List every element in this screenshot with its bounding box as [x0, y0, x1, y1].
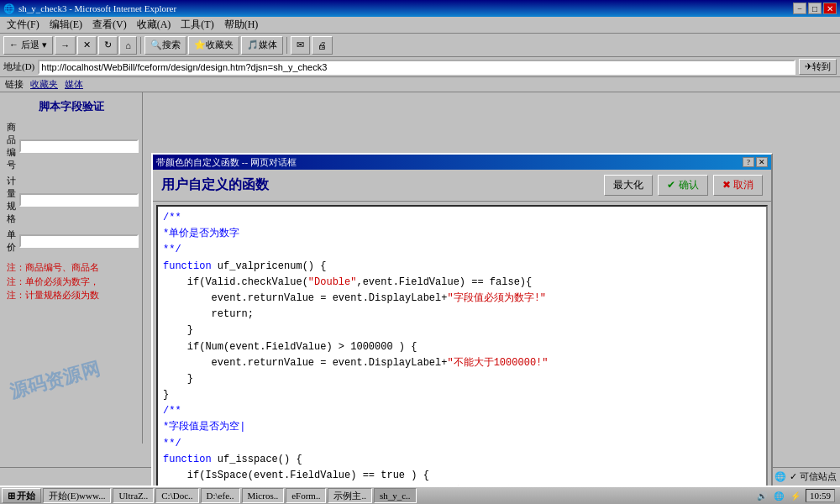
mail-button[interactable]: ✉ [291, 36, 310, 55]
menu-favorites[interactable]: 收藏(A) [132, 16, 176, 34]
forward-button[interactable]: → [55, 36, 76, 55]
dialog-titlebar-buttons: ? ✕ [743, 157, 768, 167]
dialog-cancel-button[interactable]: ✖ 取消 [713, 175, 763, 196]
dialog-header: 用户自定义的函数 最大化 ✔ 确认 ✖ 取消 [153, 170, 771, 202]
taskbar-item-5[interactable]: eForm.. [286, 488, 326, 503]
address-bar: 地址(D) ✈转到 [0, 57, 840, 77]
taskbar-item-7[interactable]: sh_y_c.. [374, 488, 417, 503]
code-line: } [163, 323, 761, 339]
dialog-title: 带颜色的自定义函数 -- 网页对话框 [156, 156, 297, 169]
maximize-button[interactable]: □ [808, 3, 822, 14]
notes-area: 注：商品编号、商品名 注：单价必须为数字， 注：计量规格必须为数 [7, 260, 135, 302]
code-line: *字段值是否为空| [163, 419, 761, 435]
note-1: 注：商品编号、商品名 [7, 260, 135, 275]
link-item-1[interactable]: 收藏夹 [30, 78, 58, 91]
menu-view[interactable]: 查看(V) [87, 16, 132, 34]
print-button[interactable]: 🖨 [312, 36, 333, 55]
windows-icon: ⊞ [8, 491, 15, 501]
dialog: 带颜色的自定义函数 -- 网页对话框 ? ✕ 用户自定义的函数 最大化 ✔ 确认… [151, 153, 773, 504]
taskbar: ⊞ 开始 开始(E)www... UltraZ.. C:\Doc.. D:\ef… [0, 486, 840, 504]
main-area: 脚本字段验证 商品编号 计量规格 单 价 注：商品编号、商品名 注：单价必须为数… [0, 92, 840, 444]
address-input[interactable] [38, 60, 795, 75]
tray-icon-3: ⚡ [789, 489, 802, 502]
back-button[interactable]: ← 后退 ▾ [3, 36, 53, 55]
taskbar-item-0[interactable]: 开始(E)www... [43, 488, 111, 503]
title-bar-buttons: − □ ✕ [793, 3, 837, 14]
taskbar-item-1[interactable]: UltraZ.. [113, 488, 154, 503]
start-label: 开始 [17, 490, 35, 502]
menu-help[interactable]: 帮助(H) [219, 16, 264, 34]
trusted-label: ✓ 可信站点 [790, 470, 837, 483]
code-line: if(Num(event.FieldValue) > 1000000 ) { [163, 339, 761, 355]
code-line: function uf_isspace() { [163, 452, 761, 468]
status-trusted: 🌐 ✓ 可信站点 [774, 470, 837, 483]
field-label-spec: 计量规格 [7, 175, 16, 225]
dialog-titlebar: 带颜色的自定义函数 -- 网页对话框 ? ✕ [153, 155, 771, 170]
close-button[interactable]: ✕ [823, 3, 837, 14]
taskbar-item-6[interactable]: 示例主.. [328, 488, 372, 503]
trusted-icon: 🌐 [774, 471, 786, 482]
code-line: event.returnValue = event.DisplayLabel+"… [163, 355, 761, 371]
home-button[interactable]: ⌂ [119, 36, 137, 55]
field-input-price[interactable] [19, 234, 139, 248]
dialog-header-title: 用户自定义的函数 [161, 176, 269, 194]
code-area-wrapper: /***单价是否为数字**/function uf_valpricenum() … [153, 202, 771, 504]
note-3: 注：计量规格必须为数 [7, 288, 135, 302]
code-line: **/ [163, 242, 761, 258]
code-line: /** [163, 210, 761, 226]
stop-button[interactable]: ✕ [77, 36, 97, 55]
code-line: *单价是否为数字 [163, 226, 761, 242]
minimize-button[interactable]: − [793, 3, 806, 14]
code-line: **/ [163, 436, 761, 452]
menu-file[interactable]: 文件(F) [2, 16, 45, 34]
go-button[interactable]: ✈转到 [799, 59, 837, 75]
dialog-close-button[interactable]: ✕ [756, 157, 768, 167]
code-line: event.returnValue = event.DisplayLabel+"… [163, 291, 761, 307]
toolbar-separator [140, 37, 141, 54]
taskbar-item-4[interactable]: Micros.. [242, 488, 285, 503]
dialog-header-buttons: 最大化 ✔ 确认 ✖ 取消 [604, 175, 763, 196]
window-title: sh_y_check3 - Microsoft Internet Explore… [18, 3, 176, 13]
taskbar-right: 🔊 🌐 ⚡ 10:59 [755, 489, 838, 502]
title-bar-left: 🌐 sh_y_check3 - Microsoft Internet Explo… [3, 3, 176, 14]
field-label-product-id: 商品编号 [7, 121, 16, 171]
code-line: if(Valid.checkValue("Double",event.Field… [163, 275, 761, 291]
field-input-product-id[interactable] [19, 139, 139, 153]
code-line: } [163, 387, 761, 403]
note-2: 注：单价必须为数字， [7, 275, 135, 289]
code-line: } [163, 371, 761, 387]
favorites-button[interactable]: ⭐ 收藏夹 [188, 36, 239, 55]
links-bar: 链接 收藏夹 媒体 [0, 77, 840, 92]
address-label: 地址(D) [3, 60, 34, 73]
menu-edit[interactable]: 编辑(E) [45, 16, 87, 34]
taskbar-item-3[interactable]: D:\efe.. [201, 488, 240, 503]
title-bar: 🌐 sh_y_check3 - Microsoft Internet Explo… [0, 0, 840, 17]
media-button[interactable]: 🎵 媒体 [241, 36, 283, 55]
dialog-maximize-button[interactable]: 最大化 [604, 175, 653, 196]
field-row-spec: 计量规格 [7, 175, 135, 225]
toolbar-separator2 [286, 37, 287, 54]
link-item-2[interactable]: 媒体 [65, 78, 83, 91]
links-label: 链接 [5, 78, 24, 91]
browser-icon: 🌐 [3, 3, 15, 14]
field-row-price: 单 价 [7, 228, 135, 254]
refresh-button[interactable]: ↻ [98, 36, 118, 55]
code-line: return; [163, 307, 761, 323]
dialog-confirm-button[interactable]: ✔ 确认 [658, 175, 707, 196]
clock: 10:59 [806, 489, 835, 502]
menu-tools[interactable]: 工具(T) [176, 16, 218, 34]
menu-bar: 文件(F) 编辑(E) 查看(V) 收藏(A) 工具(T) 帮助(H) [0, 17, 840, 34]
code-line: function uf_valpricenum() { [163, 259, 761, 275]
code-line: /** [163, 403, 761, 419]
tray-icon-2: 🌐 [772, 489, 785, 502]
field-input-spec[interactable] [19, 193, 139, 207]
field-label-price: 单 价 [7, 228, 16, 254]
start-button[interactable]: ⊞ 开始 [2, 488, 41, 503]
dialog-question-button[interactable]: ? [743, 157, 754, 167]
taskbar-item-2[interactable]: C:\Doc.. [155, 488, 198, 503]
search-button[interactable]: 🔍 搜索 [144, 36, 186, 55]
field-row-product-id: 商品编号 [7, 121, 135, 171]
code-area[interactable]: /***单价是否为数字**/function uf_valpricenum() … [156, 205, 768, 504]
tray-icon-1: 🔊 [755, 489, 769, 502]
left-panel: 脚本字段验证 商品编号 计量规格 单 价 注：商品编号、商品名 注：单价必须为数… [0, 92, 143, 444]
